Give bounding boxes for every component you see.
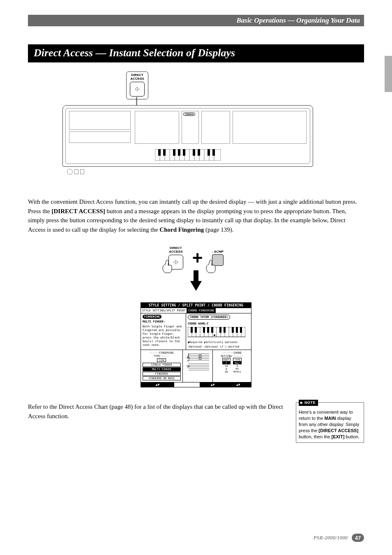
svg-point-0 <box>137 87 138 88</box>
hand-press-icon-2 <box>205 259 219 274</box>
note-box: NOTE Here's a convenient way to return t… <box>296 402 364 442</box>
page-footer: PSR-2000/1000 47 <box>313 534 364 542</box>
svg-text:𝄢: 𝄢 <box>186 364 190 371</box>
svg-rect-24 <box>198 149 200 156</box>
svg-point-4 <box>137 90 138 91</box>
chord-setting-header: CHORD SETTING <box>221 351 242 358</box>
lcd-tabs: STYLE SETTING/SPLIT POINT CHORD FINGERIN… <box>141 308 251 313</box>
type-col-label: TYPE <box>157 358 166 362</box>
svg-point-31 <box>175 263 176 264</box>
svg-rect-54 <box>236 327 238 333</box>
plus-icon: + <box>192 248 203 268</box>
svg-rect-47 <box>195 327 197 333</box>
footer-page-number: 47 <box>352 534 364 542</box>
chord-fingering-ref: Chord Fingering <box>159 226 204 233</box>
svg-rect-25 <box>208 149 210 156</box>
footer-arrow-1: ▲▼ <box>141 382 174 387</box>
lcd-right-panel: CHORD TUTOR (FINGERED) CHORD NAME:C ●Req… <box>186 313 251 350</box>
type-fingered-on-bass: FINGERED ON BASS <box>143 376 181 380</box>
top-illustration: DIRECT ACCESS <box>28 71 364 186</box>
closing-paragraph: Refer to the Direct Access Chart (page 4… <box>28 402 284 421</box>
svg-rect-49 <box>207 327 209 333</box>
footer-arrow-3: ▲▼ <box>226 382 251 387</box>
lcd-footer-arrows: ▲▼ ▲▼ ▲▼ <box>141 382 251 387</box>
svg-rect-53 <box>232 327 234 333</box>
svg-text:𝄞: 𝄞 <box>186 353 190 362</box>
chord-name-label: CHORD NAME: <box>188 322 207 325</box>
type2-6: 6 <box>233 364 241 367</box>
fingering-badge: FINGERING <box>143 315 161 319</box>
note-exit-ref: [EXIT] <box>332 434 345 439</box>
type-multi-finger: MULTI FINGER <box>143 367 181 371</box>
svg-rect-48 <box>203 327 205 333</box>
acmp-lamp: ○ ACMP <box>212 250 224 253</box>
note-tag: NOTE <box>299 400 318 405</box>
svg-rect-46 <box>191 327 193 333</box>
section-header: Basic Operations — Organizing Your Data <box>28 15 364 26</box>
fingering-type-header: FINGERING TYPE <box>154 351 174 358</box>
svg-point-71 <box>199 358 201 359</box>
piano-keys-icon <box>155 149 221 161</box>
svg-rect-22 <box>183 149 185 156</box>
svg-point-56 <box>214 334 215 336</box>
svg-rect-18 <box>158 149 161 156</box>
page-title: Direct Access — Instant Selection of Dis… <box>28 44 364 62</box>
root-csharp: C# <box>222 364 231 367</box>
fingering-type-list: SINGLE FINGER MULTI FINGER FINGERED FING… <box>143 363 181 380</box>
brand-logo: YAMAHA <box>183 113 195 116</box>
direct-access-label: DIRECT ACCESS <box>130 74 145 81</box>
type-fingered: FINGERED <box>143 372 181 376</box>
svg-point-30 <box>177 262 178 263</box>
legend-2: ○Optional △Optional if ○ omitted <box>188 345 249 348</box>
note-main-ref: MAIN <box>324 416 336 421</box>
chord-tutor-badge: CHORD TUTOR (FINGERED) <box>188 315 230 320</box>
legend-1: ●Required ▲Selectively optional <box>188 341 249 344</box>
type2-maj: Maj <box>233 362 241 364</box>
direct-access-button-icon <box>130 82 145 97</box>
lcd-keyboard-icon <box>188 327 245 339</box>
svg-rect-52 <box>224 327 226 333</box>
svg-rect-20 <box>173 149 175 156</box>
staff-col: 𝄞 𝄢 <box>183 350 213 382</box>
root-col-label: ROOT <box>222 358 231 362</box>
keyboard-panel-illustration: YAMAHA <box>62 105 313 167</box>
arrow-down-icon <box>190 281 202 291</box>
type2-m7: M7 <box>233 367 241 370</box>
button-sequence-illustration: DIRECT ACCESS + ○ ACMP <box>28 246 364 387</box>
lcd-lower-panel: ······FINGERING TYPE······ TYPE SINGLE F… <box>141 350 251 382</box>
footer-arrow-2: ▲▼ <box>200 382 225 387</box>
root-c: C <box>222 362 231 364</box>
para1c: (page 139). <box>204 226 233 233</box>
fingering-type-col: ······FINGERING TYPE······ TYPE SINGLE F… <box>141 350 183 382</box>
svg-point-2 <box>137 89 138 90</box>
svg-rect-50 <box>211 327 213 333</box>
note-c: button, then the <box>299 434 332 439</box>
lcd-display: STYLE SETTING / SPLIT POINT / CHORD FING… <box>141 302 251 388</box>
footer-model: PSR-2000/1000 <box>313 534 348 541</box>
lcd-title: STYLE SETTING / SPLIT POINT / CHORD FING… <box>141 303 251 308</box>
root-d: D <box>222 367 231 370</box>
da-label-2: ACCESS <box>130 77 144 81</box>
svg-point-1 <box>135 89 136 90</box>
svg-point-3 <box>138 89 139 90</box>
type2-col-label: TYPE <box>233 358 241 362</box>
multi-finger-label: MULTI FINGER: <box>143 320 184 323</box>
page-content: Basic Operations — Organizing Your Data … <box>0 0 392 555</box>
note-d: button. <box>344 434 360 439</box>
da-label-1: DIRECT <box>131 73 143 77</box>
lcd-left-panel: FINGERING MULTI FINGER: Both Single Fing… <box>141 313 186 350</box>
hand-press-icon <box>161 259 175 274</box>
root-eb: Eb <box>222 370 231 373</box>
note-da-ref: [DIRECT ACCESS] <box>318 428 358 433</box>
svg-rect-51 <box>219 327 221 333</box>
svg-rect-19 <box>163 149 166 156</box>
svg-rect-55 <box>240 327 242 333</box>
da-seq-label: DIRECT ACCESS <box>168 246 183 254</box>
lcd-tab-style: STYLE SETTING/SPLIT POINT <box>141 308 187 313</box>
type-single-finger: SINGLE FINGER <box>143 363 181 367</box>
acmp-label: ACMP <box>214 250 224 253</box>
svg-point-29 <box>175 262 176 263</box>
type2-m7s11: M7#11 <box>233 370 241 373</box>
svg-rect-23 <box>193 149 195 156</box>
svg-rect-26 <box>212 149 215 156</box>
